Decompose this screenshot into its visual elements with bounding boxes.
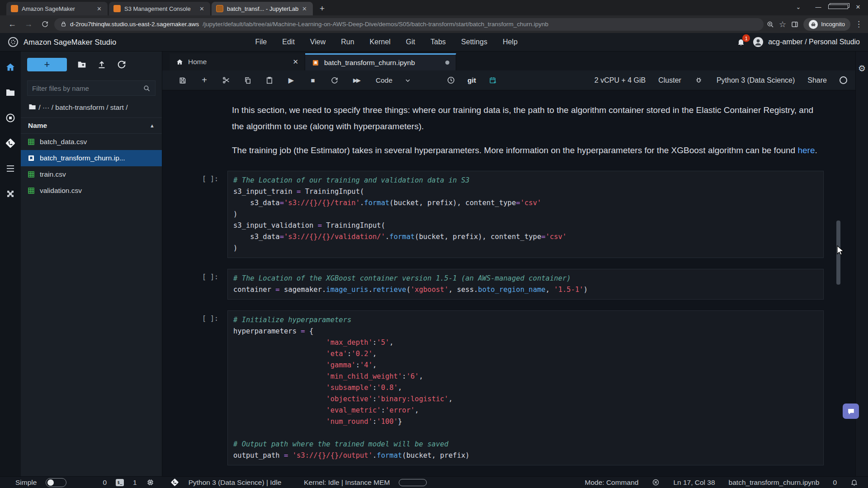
cell-editor[interactable]: # The Location of our training and valid… <box>227 171 824 258</box>
back-icon[interactable]: ← <box>5 18 19 31</box>
cell-prompt: [ ]: <box>202 310 227 465</box>
file-row-selected[interactable]: batch_transform_churn.ip... <box>21 150 162 166</box>
cell-editor[interactable]: # The Location of the XGBoost container … <box>227 269 824 300</box>
git-toolbar-button[interactable]: git <box>467 76 476 84</box>
cursor-position[interactable]: Ln 17, Col 38 <box>673 479 715 487</box>
running-kernels-icon[interactable] <box>5 112 16 124</box>
user-menu[interactable]: acg-amber / Personal Studio <box>753 37 860 47</box>
notifications-bell[interactable]: 1 <box>736 38 745 47</box>
instance-resources[interactable]: 2 vCPU + 4 GiB <box>594 76 646 84</box>
bookmark-star-icon[interactable]: ☆ <box>779 19 786 29</box>
file-row[interactable]: validation.csv <box>21 183 162 199</box>
browser-tab-jupyterlab[interactable]: batch_transf... - JupyterLab ✕ <box>212 2 313 15</box>
statusbar-bell-icon[interactable] <box>850 479 858 486</box>
git-status-icon[interactable] <box>170 478 179 487</box>
notebook-tab-icon <box>311 59 320 67</box>
menu-tabs[interactable]: Tabs <box>423 38 453 46</box>
restart-kernel-button[interactable] <box>330 75 340 85</box>
share-button[interactable]: Share <box>807 76 827 84</box>
run-cell-button[interactable]: ▶ <box>286 75 296 85</box>
code-cell[interactable]: [ ]:# Initialize hyperparametershyperpar… <box>202 310 824 465</box>
file-browser-icon[interactable] <box>5 87 16 99</box>
forward-icon[interactable]: → <box>22 18 35 31</box>
close-tab-icon[interactable]: ✕ <box>197 5 207 13</box>
unsaved-dot-icon[interactable] <box>445 61 449 65</box>
copy-cells-button[interactable] <box>243 75 253 85</box>
tab-notebook[interactable]: batch_transform_churn.ipynb <box>305 53 456 70</box>
feedback-chat-button[interactable] <box>843 404 859 419</box>
code-cell[interactable]: [ ]:# The Location of our training and v… <box>202 171 824 258</box>
menu-git[interactable]: Git <box>398 38 423 46</box>
here-link[interactable]: here <box>797 145 815 155</box>
tab-search-icon[interactable]: ⌄ <box>788 4 808 10</box>
reload-icon[interactable] <box>38 18 52 31</box>
restore-button[interactable] <box>828 4 848 10</box>
home-icon[interactable] <box>5 61 16 73</box>
trust-indicator-icon[interactable] <box>652 479 660 486</box>
zoom-icon[interactable] <box>766 20 774 28</box>
tab-home[interactable]: Home ✕ <box>170 53 305 70</box>
debugger-bug-icon[interactable] <box>694 75 704 85</box>
document-tab-bar: Home ✕ batch_transform_churn.ipynb <box>162 52 855 70</box>
kernel-mem-label: Kernel: Idle | Instance MEM <box>304 479 390 487</box>
filter-files-box[interactable] <box>27 80 156 96</box>
close-window-button[interactable]: ✕ <box>848 4 868 10</box>
new-tab-button[interactable]: + <box>314 4 330 15</box>
minimize-button[interactable]: — <box>808 4 828 10</box>
menu-edit[interactable]: Edit <box>274 38 302 46</box>
close-tab-icon[interactable]: ✕ <box>292 58 298 66</box>
kernel-status-text[interactable]: Python 3 (Data Science) | Idle <box>189 479 282 487</box>
new-folder-icon[interactable] <box>77 60 87 70</box>
menu-help[interactable]: Help <box>495 38 525 46</box>
paste-cells-button[interactable] <box>264 75 274 85</box>
schedule-calendar-icon[interactable] <box>488 75 498 85</box>
refresh-icon[interactable] <box>117 60 127 70</box>
insert-cell-button[interactable]: + <box>199 75 209 85</box>
file-list-header[interactable]: Name ▲ <box>21 117 162 134</box>
kernel-status-icon[interactable] <box>840 76 847 84</box>
breadcrumb[interactable]: / ··· / batch-transform / start / <box>21 96 162 117</box>
browser-tab-title: Amazon SageMaker <box>22 5 94 12</box>
mode-indicator[interactable]: Mode: Command <box>585 479 639 487</box>
cell-editor[interactable]: # Initialize hyperparametershyperparamet… <box>227 310 824 465</box>
code-cell[interactable]: [ ]:# The Location of the XGBoost contai… <box>202 269 824 300</box>
menu-view[interactable]: View <box>302 38 333 46</box>
sort-caret-icon[interactable]: ▲ <box>150 123 155 128</box>
table-of-contents-icon[interactable] <box>5 163 16 174</box>
menu-kernel[interactable]: Kernel <box>362 38 398 46</box>
terminal-icon[interactable]: $_ <box>116 479 124 486</box>
kernel-selector[interactable]: Python 3 (Data Science) <box>717 76 795 84</box>
close-tab-icon[interactable]: ✕ <box>300 5 309 13</box>
cluster-button[interactable]: Cluster <box>658 76 681 84</box>
restart-run-all-button[interactable]: ▶▶ <box>351 75 361 85</box>
filter-files-input[interactable] <box>32 84 143 92</box>
stop-kernel-button[interactable]: ■ <box>308 75 318 85</box>
name-column-label: Name <box>28 122 47 130</box>
new-launcher-button[interactable]: + <box>27 58 67 71</box>
browser-menu-icon[interactable]: ⋮ <box>855 19 863 29</box>
studio-title: Amazon SageMaker Studio <box>24 38 116 47</box>
side-panel-icon[interactable] <box>791 20 799 28</box>
browser-tab-sagemaker[interactable]: Amazon SageMaker ✕ <box>6 2 108 15</box>
cell-prompt: [ ]: <box>202 171 227 258</box>
save-button[interactable] <box>178 75 188 85</box>
cut-cells-button[interactable] <box>221 75 231 85</box>
studio-header-right: 1 acg-amber / Personal Studio <box>736 37 860 47</box>
menu-run[interactable]: Run <box>333 38 362 46</box>
menu-file[interactable]: File <box>247 38 274 46</box>
checkpoint-clock-icon[interactable] <box>446 75 456 85</box>
git-icon[interactable] <box>5 137 16 149</box>
menu-settings[interactable]: Settings <box>453 38 495 46</box>
settings-gear-icon[interactable]: ⚙ <box>858 63 866 74</box>
simple-mode-toggle[interactable] <box>46 478 66 487</box>
kernel-chip-icon[interactable] <box>146 478 155 487</box>
cell-type-dropdown[interactable]: Code <box>376 76 411 84</box>
file-row[interactable]: batch_data.csv <box>21 134 162 150</box>
file-row[interactable]: train.csv <box>21 166 162 183</box>
extensions-puzzle-icon[interactable] <box>5 188 16 200</box>
upload-icon[interactable] <box>97 60 107 70</box>
url-bar[interactable]: d-2rou7thinqlw.studio.us-east-2.sagemake… <box>54 18 764 31</box>
close-tab-icon[interactable]: ✕ <box>94 5 104 13</box>
notebook-scroll-area[interactable]: In this section, we need to specify thre… <box>162 90 855 476</box>
browser-tab-s3[interactable]: S3 Management Console ✕ <box>109 2 210 15</box>
